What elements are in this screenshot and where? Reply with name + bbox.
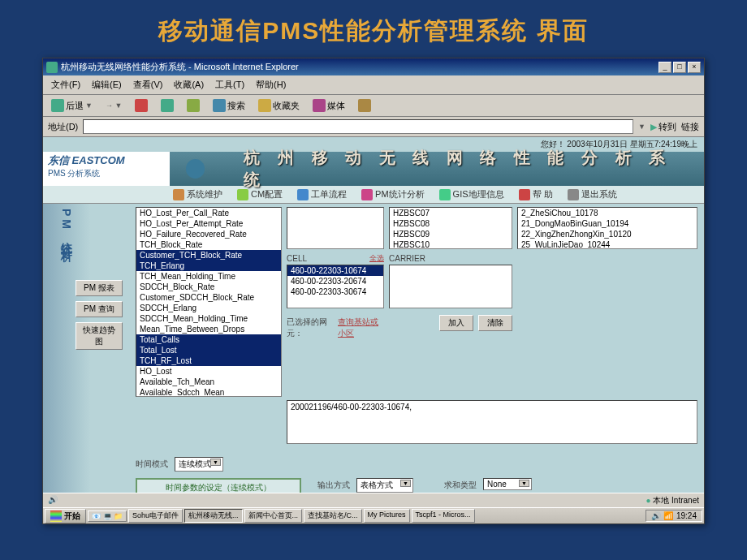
metrics-listbox[interactable]: HO_Lost_Per_Call_RateHO_Lost_Per_Attempt… [136, 207, 282, 397]
metric-item[interactable]: SDCCH_Mean_Holding_Time [136, 313, 281, 324]
metric-item[interactable]: Customer_SDCCH_Block_Rate [136, 292, 281, 303]
metric-item[interactable]: SDCCH_Erlang [136, 303, 281, 313]
window-title: 杭州移动无线网络性能分析系统 - Microsoft Internet Expl… [61, 61, 299, 73]
address-dropdown-icon[interactable]: ▼ [638, 123, 646, 131]
metric-item[interactable]: Customer_TCH_Block_Rate [136, 250, 281, 261]
address-bar: 地址(D) ▼ ▶转到 链接 [43, 117, 704, 137]
media-button[interactable]: 媒体 [309, 97, 348, 114]
sum-type-dropdown[interactable]: None [483, 478, 532, 490]
taskbar: 开始 📧 💻 📁 Sohu电子邮件杭州移动无线...新闻中心首页...查找基站名… [43, 507, 704, 523]
clear-button[interactable]: 清除 [478, 315, 512, 331]
site-listbox[interactable]: 2_ZheSiChou_1017821_DongMaoBinGuan_10194… [517, 207, 697, 249]
cell-item[interactable]: 460-00-22303-10674 [287, 265, 383, 276]
metric-item[interactable]: TCH_Mean_Holding_Time [136, 271, 281, 282]
select-all-link[interactable]: 全选 [369, 253, 384, 264]
menubar: 文件(F) 编辑(E) 查看(V) 收藏(A) 工具(T) 帮助(H) [43, 75, 704, 95]
cell-item[interactable]: 460-00-22303-20674 [287, 276, 383, 286]
output-mode-dropdown[interactable]: 表格方式 [356, 478, 413, 493]
search-button[interactable]: 搜索 [209, 97, 248, 114]
maximize-button[interactable]: □ [673, 62, 686, 73]
site-item[interactable]: 2_ZheSiChou_10178 [518, 208, 697, 218]
history-button[interactable] [355, 97, 374, 114]
brand-name: 东信 EASTCOM [48, 153, 165, 168]
titlebar: 杭州移动无线网络性能分析系统 - Microsoft Internet Expl… [43, 58, 704, 75]
links-label[interactable]: 链接 [681, 121, 699, 133]
start-button[interactable]: 开始 [45, 509, 86, 523]
time-mode-dropdown[interactable]: 连续模式 [175, 457, 223, 472]
gear-icon [173, 189, 184, 200]
forward-button[interactable]: → ▼ [102, 100, 125, 111]
metric-item[interactable]: HO_Lost [136, 366, 281, 377]
metric-item[interactable]: HO_Lost_Per_Attempt_Rate [136, 218, 281, 229]
ie-statusbar: 🔊 ● 本地 Intranet [43, 493, 704, 507]
system-tray[interactable]: 🔊 📶19:24 [646, 510, 702, 522]
toolbar: 后退▼ → ▼ 搜索 收藏夹 媒体 [43, 95, 704, 117]
menu-help[interactable]: 帮助(H) [251, 77, 291, 93]
metric-item[interactable]: Available_Tch_Mean [136, 377, 281, 387]
menu-favorites[interactable]: 收藏(A) [169, 77, 209, 93]
metric-item[interactable]: HO_Failure_Recovered_Rate [136, 229, 281, 239]
metric-item[interactable]: Total_Lost [136, 345, 281, 355]
bsc-item[interactable]: HZBSC09 [390, 229, 512, 239]
workspace: HO_Lost_Per_Call_RateHO_Lost_Per_Attempt… [90, 204, 704, 515]
home-button[interactable] [184, 97, 203, 114]
sidebar-title: PM统计分析 [59, 209, 74, 245]
back-button[interactable]: 后退▼ [48, 97, 96, 114]
go-button[interactable]: ▶转到 [650, 121, 676, 133]
bsc-item[interactable]: HZBSC07 [390, 208, 512, 218]
clock: 19:24 [676, 511, 697, 520]
metric-item[interactable]: Mean_Time_Between_Drops [136, 324, 281, 334]
taskbar-item[interactable]: Sohu电子邮件 [128, 509, 183, 523]
site-item[interactable]: 21_DongMaoBinGuan_10194 [518, 218, 697, 229]
taskbar-item[interactable]: Tscpf1 - Micros... [412, 509, 475, 523]
tray-icons: 🔊 📶 [651, 511, 673, 520]
metric-item[interactable]: TCH_RF_Lost [136, 355, 281, 366]
stop-button[interactable] [132, 97, 151, 114]
minimize-button[interactable]: _ [658, 62, 671, 73]
carrier-label: CARRIER [389, 254, 512, 263]
empty-listbox-1[interactable] [287, 207, 384, 249]
address-input[interactable] [83, 119, 633, 134]
bsc-item[interactable]: HZBSC08 [390, 218, 512, 229]
back-icon [51, 99, 64, 112]
bsc-item[interactable]: HZBSC10 [390, 239, 512, 249]
selected-ne-textarea[interactable]: 200021196/460-00-22303-10674, [287, 400, 697, 444]
menu-view[interactable]: 查看(V) [128, 77, 168, 93]
carrier-listbox[interactable] [389, 265, 512, 308]
favorites-button[interactable]: 收藏夹 [255, 97, 303, 114]
site-item[interactable]: 25_WuLinJieDao_10244 [518, 239, 697, 249]
taskbar-item[interactable]: 新闻中心首页... [244, 509, 303, 523]
metric-item[interactable]: TCH_Block_Rate [136, 239, 281, 250]
cell-label: CELL [287, 254, 307, 263]
site-item[interactable]: 22_XingZhenZhongXin_10120 [518, 229, 697, 239]
china-mobile-icon [186, 159, 205, 179]
taskbar-item[interactable]: 杭州移动无线... [184, 509, 243, 523]
menu-tools[interactable]: 工具(T) [210, 77, 249, 93]
taskbar-item[interactable]: My Pictures [364, 509, 410, 523]
refresh-icon [161, 99, 174, 112]
close-button[interactable]: × [688, 62, 701, 73]
address-label: 地址(D) [48, 121, 78, 133]
stop-icon [135, 99, 148, 112]
metric-item[interactable]: TCH_Erlang [136, 261, 281, 271]
nav-maintenance[interactable]: 系统维护 [173, 188, 222, 200]
add-button[interactable]: 加入 [439, 315, 473, 331]
search-icon [213, 99, 226, 112]
metric-item[interactable]: SDCCH_Block_Rate [136, 282, 281, 292]
logo-area: 东信 EASTCOM PMS 分析系统 [43, 152, 170, 186]
metric-item[interactable]: Total_Calls [136, 334, 281, 345]
cell-item[interactable]: 460-00-22303-30674 [287, 286, 383, 297]
metric-item[interactable]: HO_Lost_Per_Call_Rate [136, 208, 281, 218]
quick-launch[interactable]: 📧 💻 📁 [88, 510, 127, 522]
menu-file[interactable]: 文件(F) [46, 77, 85, 93]
taskbar-item[interactable]: 查找基站名/C... [304, 509, 362, 523]
media-icon [313, 99, 326, 112]
page-content: 您好！ 2003年10月31日 星期五7:24:19晚上 东信 EASTCOM … [43, 137, 704, 515]
home-icon [187, 99, 200, 112]
query-site-link[interactable]: 查询基站或小区 [338, 317, 384, 339]
metric-item[interactable]: Available_Sdcch_Mean [136, 387, 281, 397]
refresh-button[interactable] [158, 97, 177, 114]
cell-listbox[interactable]: 460-00-22303-10674460-00-22303-20674460-… [287, 265, 384, 308]
menu-edit[interactable]: 编辑(E) [87, 77, 127, 93]
bsc-listbox[interactable]: HZBSC07HZBSC08HZBSC09HZBSC10 [389, 207, 512, 249]
